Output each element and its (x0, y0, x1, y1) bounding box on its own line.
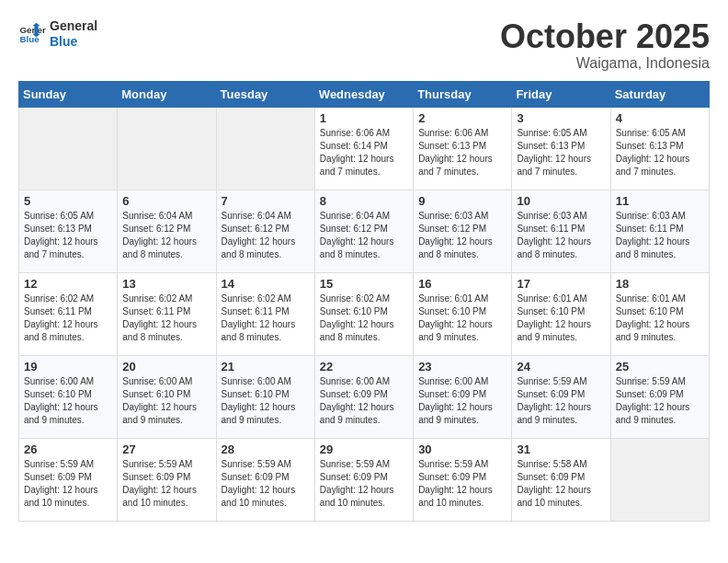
day-detail: Sunrise: 5:59 AM Sunset: 6:09 PM Dayligh… (418, 458, 506, 510)
calendar-cell: 25Sunrise: 5:59 AM Sunset: 6:09 PM Dayli… (610, 355, 709, 438)
day-detail: Sunrise: 6:02 AM Sunset: 6:11 PM Dayligh… (122, 293, 210, 344)
calendar-cell (118, 107, 216, 190)
day-number: 6 (122, 194, 210, 208)
day-detail: Sunrise: 6:03 AM Sunset: 6:11 PM Dayligh… (517, 210, 605, 261)
day-detail: Sunrise: 6:05 AM Sunset: 6:13 PM Dayligh… (24, 210, 112, 261)
weekday-header-friday: Friday (512, 81, 610, 107)
day-detail: Sunrise: 5:59 AM Sunset: 6:09 PM Dayligh… (517, 375, 605, 427)
day-detail: Sunrise: 5:59 AM Sunset: 6:09 PM Dayligh… (122, 458, 210, 510)
logo-icon: General Blue (18, 20, 46, 48)
page-header: General Blue General Blue October 2025 W… (18, 18, 710, 72)
calendar-cell: 22Sunrise: 6:00 AM Sunset: 6:09 PM Dayli… (314, 355, 413, 438)
day-number: 22 (320, 360, 408, 373)
day-number: 5 (24, 194, 112, 208)
month-title: October 2025 (500, 18, 710, 55)
day-detail: Sunrise: 6:00 AM Sunset: 6:10 PM Dayligh… (222, 375, 310, 427)
day-detail: Sunrise: 6:06 AM Sunset: 6:13 PM Dayligh… (418, 127, 506, 178)
calendar-cell: 20Sunrise: 6:00 AM Sunset: 6:10 PM Dayli… (118, 355, 216, 438)
day-detail: Sunrise: 6:02 AM Sunset: 6:11 PM Dayligh… (222, 293, 310, 344)
day-number: 24 (517, 360, 605, 373)
day-detail: Sunrise: 5:59 AM Sunset: 6:09 PM Dayligh… (222, 458, 310, 510)
day-detail: Sunrise: 6:00 AM Sunset: 6:10 PM Dayligh… (24, 375, 112, 427)
calendar-table: SundayMondayTuesdayWednesdayThursdayFrid… (18, 81, 710, 522)
logo: General Blue General Blue (18, 18, 97, 50)
day-detail: Sunrise: 6:04 AM Sunset: 6:12 PM Dayligh… (122, 210, 210, 261)
day-number: 28 (222, 442, 310, 456)
day-number: 16 (418, 277, 506, 291)
day-detail: Sunrise: 6:04 AM Sunset: 6:12 PM Dayligh… (222, 210, 310, 261)
day-detail: Sunrise: 6:03 AM Sunset: 6:12 PM Dayligh… (418, 210, 506, 261)
day-number: 27 (122, 442, 210, 456)
day-number: 20 (122, 360, 210, 373)
calendar-cell: 6Sunrise: 6:04 AM Sunset: 6:12 PM Daylig… (118, 190, 216, 272)
calendar-cell: 28Sunrise: 5:59 AM Sunset: 6:09 PM Dayli… (216, 438, 314, 521)
week-row-1: 1Sunrise: 6:06 AM Sunset: 6:14 PM Daylig… (19, 107, 710, 190)
calendar-cell: 24Sunrise: 5:59 AM Sunset: 6:09 PM Dayli… (512, 355, 610, 438)
weekday-header-row: SundayMondayTuesdayWednesdayThursdayFrid… (19, 81, 710, 107)
day-number: 2 (418, 111, 506, 125)
calendar-cell: 31Sunrise: 5:58 AM Sunset: 6:09 PM Dayli… (512, 438, 610, 521)
calendar-cell (216, 107, 314, 190)
day-detail: Sunrise: 6:01 AM Sunset: 6:10 PM Dayligh… (616, 293, 704, 344)
calendar-cell: 7Sunrise: 6:04 AM Sunset: 6:12 PM Daylig… (216, 190, 314, 272)
calendar-cell: 5Sunrise: 6:05 AM Sunset: 6:13 PM Daylig… (19, 190, 118, 272)
calendar-cell: 11Sunrise: 6:03 AM Sunset: 6:11 PM Dayli… (610, 190, 709, 272)
week-row-4: 19Sunrise: 6:00 AM Sunset: 6:10 PM Dayli… (19, 355, 710, 438)
day-number: 25 (616, 360, 704, 373)
calendar-cell: 29Sunrise: 5:59 AM Sunset: 6:09 PM Dayli… (314, 438, 413, 521)
day-detail: Sunrise: 6:02 AM Sunset: 6:10 PM Dayligh… (320, 293, 408, 344)
weekday-header-tuesday: Tuesday (216, 81, 314, 107)
day-detail: Sunrise: 6:00 AM Sunset: 6:10 PM Dayligh… (122, 375, 210, 427)
calendar-cell (610, 438, 709, 521)
week-row-2: 5Sunrise: 6:05 AM Sunset: 6:13 PM Daylig… (19, 190, 710, 272)
day-detail: Sunrise: 6:02 AM Sunset: 6:11 PM Dayligh… (24, 293, 112, 344)
calendar-cell: 26Sunrise: 5:59 AM Sunset: 6:09 PM Dayli… (19, 438, 118, 521)
weekday-header-wednesday: Wednesday (314, 81, 413, 107)
weekday-header-thursday: Thursday (414, 81, 512, 107)
day-detail: Sunrise: 5:58 AM Sunset: 6:09 PM Dayligh… (517, 458, 605, 510)
day-detail: Sunrise: 6:01 AM Sunset: 6:10 PM Dayligh… (517, 293, 605, 344)
day-number: 4 (616, 111, 704, 125)
day-number: 7 (222, 194, 310, 208)
week-row-5: 26Sunrise: 5:59 AM Sunset: 6:09 PM Dayli… (19, 438, 710, 521)
day-number: 3 (517, 111, 605, 125)
day-number: 9 (418, 194, 506, 208)
calendar-cell: 16Sunrise: 6:01 AM Sunset: 6:10 PM Dayli… (414, 272, 512, 355)
day-number: 11 (616, 194, 704, 208)
calendar-cell: 3Sunrise: 6:05 AM Sunset: 6:13 PM Daylig… (512, 107, 610, 190)
calendar-cell: 2Sunrise: 6:06 AM Sunset: 6:13 PM Daylig… (414, 107, 512, 190)
week-row-3: 12Sunrise: 6:02 AM Sunset: 6:11 PM Dayli… (19, 272, 710, 355)
weekday-header-sunday: Sunday (19, 81, 118, 107)
day-number: 1 (320, 111, 408, 125)
day-number: 23 (418, 360, 506, 373)
day-detail: Sunrise: 5:59 AM Sunset: 6:09 PM Dayligh… (24, 458, 112, 510)
day-number: 8 (320, 194, 408, 208)
day-number: 31 (517, 442, 605, 456)
calendar-cell: 17Sunrise: 6:01 AM Sunset: 6:10 PM Dayli… (512, 272, 610, 355)
day-number: 10 (517, 194, 605, 208)
day-detail: Sunrise: 6:06 AM Sunset: 6:14 PM Dayligh… (320, 127, 408, 178)
calendar-cell: 10Sunrise: 6:03 AM Sunset: 6:11 PM Dayli… (512, 190, 610, 272)
calendar-cell: 19Sunrise: 6:00 AM Sunset: 6:10 PM Dayli… (19, 355, 118, 438)
day-detail: Sunrise: 6:00 AM Sunset: 6:09 PM Dayligh… (320, 375, 408, 427)
day-number: 26 (24, 442, 112, 456)
day-detail: Sunrise: 6:00 AM Sunset: 6:09 PM Dayligh… (418, 375, 506, 427)
day-detail: Sunrise: 5:59 AM Sunset: 6:09 PM Dayligh… (320, 458, 408, 510)
calendar-cell: 4Sunrise: 6:05 AM Sunset: 6:13 PM Daylig… (610, 107, 709, 190)
calendar-cell: 8Sunrise: 6:04 AM Sunset: 6:12 PM Daylig… (314, 190, 413, 272)
calendar-cell: 30Sunrise: 5:59 AM Sunset: 6:09 PM Dayli… (414, 438, 512, 521)
day-detail: Sunrise: 6:01 AM Sunset: 6:10 PM Dayligh… (418, 293, 506, 344)
day-detail: Sunrise: 6:04 AM Sunset: 6:12 PM Dayligh… (320, 210, 408, 261)
calendar-cell: 14Sunrise: 6:02 AM Sunset: 6:11 PM Dayli… (216, 272, 314, 355)
day-number: 13 (122, 277, 210, 291)
calendar-cell: 9Sunrise: 6:03 AM Sunset: 6:12 PM Daylig… (414, 190, 512, 272)
location-subtitle: Waigama, Indonesia (500, 55, 710, 72)
day-number: 15 (320, 277, 408, 291)
day-number: 18 (616, 277, 704, 291)
calendar-cell: 27Sunrise: 5:59 AM Sunset: 6:09 PM Dayli… (118, 438, 216, 521)
day-number: 17 (517, 277, 605, 291)
calendar-cell (19, 107, 118, 190)
day-number: 12 (24, 277, 112, 291)
weekday-header-saturday: Saturday (610, 81, 709, 107)
day-number: 21 (222, 360, 310, 373)
